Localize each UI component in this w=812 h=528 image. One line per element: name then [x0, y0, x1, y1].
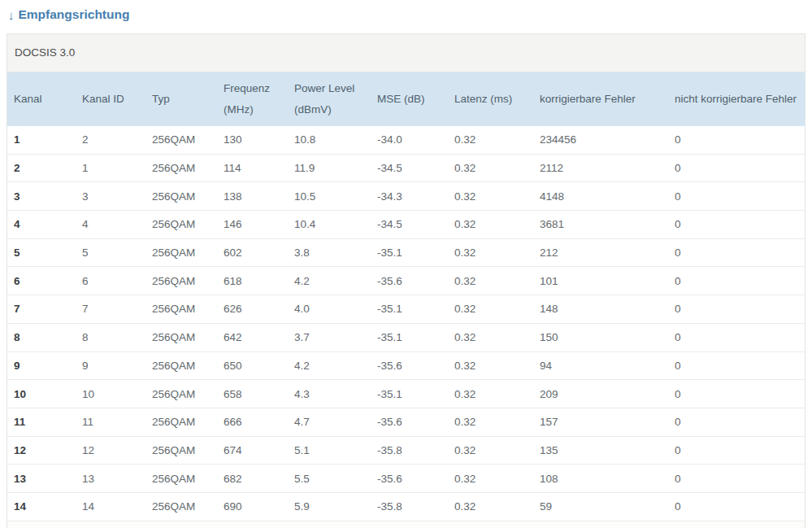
cell-frequenz-mhz: 138: [217, 182, 288, 211]
table-row: 1010256QAM6584.3-35.10.322090: [7, 380, 805, 408]
cell-korrigierbare-fehler: 3681: [533, 211, 668, 239]
cell-typ: 256QAM: [145, 351, 217, 380]
cell-mse-db: -35.1: [371, 380, 448, 408]
cell-kanal: 6: [7, 267, 76, 295]
cell-kanal-id: 8: [76, 323, 145, 351]
cell-power-level-dbmv: 10.4: [288, 211, 371, 239]
cell-nicht-korrigierbare-fehler: 0: [668, 408, 805, 436]
cell-mse-db: -35.6: [371, 465, 448, 493]
cell-power-level-dbmv: 10.8: [288, 126, 371, 155]
cell-korrigierbare-fehler: 101: [533, 267, 668, 295]
cell-nicht-korrigierbare-fehler: 0: [668, 238, 805, 267]
cell-typ: 256QAM: [145, 492, 217, 521]
cell-power-level-dbmv: 5.5: [288, 465, 371, 493]
cell-typ: 256QAM: [145, 126, 217, 155]
cell-kanal-id: 13: [76, 465, 145, 493]
cell-frequenz-mhz: 146: [217, 211, 288, 239]
cell-power-level-dbmv: 5.1: [288, 436, 371, 465]
section-label: DOCSIS 3.0: [15, 46, 75, 59]
cell-latenz-ms: 0.32: [448, 408, 533, 436]
table-row: 77256QAM6264.0-35.10.321480: [7, 295, 805, 324]
table-row: 44256QAM14610.4-34.50.3236810: [7, 211, 805, 239]
cell-kanal-id: 7: [76, 295, 145, 324]
table-row: 66256QAM6184.2-35.60.321010: [7, 267, 805, 295]
cell-power-level-dbmv: 10.5: [288, 182, 371, 211]
cell-typ: 256QAM: [145, 380, 217, 408]
section-bar: DOCSIS 3.0: [7, 34, 805, 72]
cell-typ: 256QAM: [145, 408, 217, 436]
column-header: Frequenz(MHz): [217, 72, 288, 126]
cell-korrigierbare-fehler: 4148: [533, 182, 668, 211]
page-title: Empfangsrichtung: [19, 7, 130, 22]
cell-nicht-korrigierbare-fehler: 0: [668, 154, 805, 182]
cell-korrigierbare-fehler: 150: [533, 323, 668, 351]
cell-mse-db: -35.1: [371, 238, 448, 267]
cell-mse-db: -35.1: [371, 323, 448, 351]
cell-kanal-id: 12: [76, 436, 145, 465]
cell-kanal: 7: [7, 295, 76, 324]
cell-frequenz-mhz: 666: [217, 408, 288, 436]
cell-frequenz-mhz: 602: [217, 238, 288, 267]
cell-latenz-ms: 0.32: [448, 154, 533, 182]
cell-typ: 256QAM: [145, 211, 217, 239]
cell-power-level-dbmv: 3.8: [288, 238, 371, 267]
cell-korrigierbare-fehler: 2112: [533, 154, 668, 182]
cell-kanal-id: 9: [76, 351, 145, 380]
cell-power-level-dbmv: 4.0: [288, 295, 371, 324]
cell-frequenz-mhz: 130: [217, 126, 288, 155]
cell-kanal-id: 3: [76, 182, 145, 211]
cell-korrigierbare-fehler: 135: [533, 436, 668, 465]
cell-korrigierbare-fehler: 212: [533, 238, 668, 267]
cell-frequenz-mhz: 682: [217, 465, 288, 493]
cell-typ: 256QAM: [145, 465, 217, 493]
cell-korrigierbare-fehler: 108: [533, 465, 668, 493]
cell-kanal-id: 6: [76, 267, 145, 295]
cell-power-level-dbmv: 4.7: [288, 408, 371, 436]
table-row: 55256QAM6023.8-35.10.322120: [7, 238, 805, 267]
section-toggle-empfangsrichtung[interactable]: ↓ Empfangsrichtung: [8, 7, 129, 22]
down-arrow-icon: ↓: [8, 8, 15, 22]
cell-mse-db: -35.6: [371, 351, 448, 380]
cell-kanal: 13: [7, 465, 76, 493]
cell-kanal: 10: [7, 380, 76, 408]
cell-kanal-id: 14: [76, 492, 145, 521]
cell-power-level-dbmv: 4.2: [288, 267, 371, 295]
cell-frequenz-mhz: 642: [217, 323, 288, 351]
column-header: Kanal ID: [76, 72, 145, 126]
cell-power-level-dbmv: 11.9: [288, 154, 371, 182]
cell-kanal: 1: [7, 126, 76, 155]
cell-typ: 256QAM: [145, 182, 217, 211]
cell-kanal-id: 1: [76, 154, 145, 182]
cell-mse-db: -35.8: [371, 436, 448, 465]
cell-frequenz-mhz: 658: [217, 380, 288, 408]
cell-mse-db: -34.0: [371, 126, 448, 155]
table-row: 1212256QAM6745.1-35.80.321350: [7, 436, 805, 465]
cell-korrigierbare-fehler: 59: [533, 492, 668, 521]
cell-nicht-korrigierbare-fehler: 0: [668, 211, 805, 239]
cell-nicht-korrigierbare-fehler: 0: [668, 295, 805, 324]
cell-mse-db: -34.5: [371, 211, 448, 239]
cell-power-level-dbmv: 4.2: [288, 351, 371, 380]
cell-mse-db: -34.3: [371, 182, 448, 211]
cell-latenz-ms: 0.32: [448, 492, 533, 521]
cell-korrigierbare-fehler: 94: [533, 351, 668, 380]
cell-latenz-ms: 0.32: [448, 182, 533, 211]
cell-korrigierbare-fehler: 157: [533, 408, 668, 436]
cell-frequenz-mhz: 650: [217, 351, 288, 380]
cell-korrigierbare-fehler: 209: [533, 380, 668, 408]
column-header: nicht korrigierbare Fehler: [668, 72, 805, 126]
cell-nicht-korrigierbare-fehler: 0: [668, 465, 805, 493]
table-row: 1111256QAM6664.7-35.60.321570: [7, 408, 805, 436]
table-row: 1313256QAM6825.5-35.60.321080: [7, 465, 805, 493]
cell-typ: 256QAM: [145, 436, 217, 465]
cell-typ: 256QAM: [145, 154, 217, 182]
column-header: MSE (dB): [371, 72, 448, 126]
cell-frequenz-mhz: 618: [217, 267, 288, 295]
table-row: 33256QAM13810.5-34.30.3241480: [7, 182, 805, 211]
column-header: Typ: [145, 72, 217, 126]
cell-kanal: 14: [7, 492, 76, 521]
channel-table: KanalKanal IDTypFrequenz(MHz)Power Level…: [7, 72, 805, 521]
cell-kanal-id: 4: [76, 211, 145, 239]
cell-korrigierbare-fehler: 234456: [533, 126, 668, 155]
cell-latenz-ms: 0.32: [448, 211, 533, 239]
